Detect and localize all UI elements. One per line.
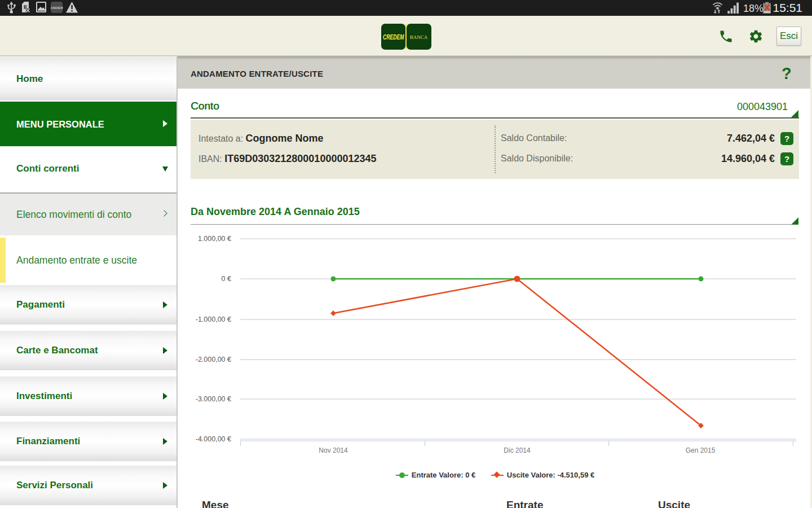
svg-text:BANCA: BANCA xyxy=(410,34,428,40)
svg-text:-4.000,00 €: -4.000,00 € xyxy=(196,435,231,443)
svg-text:1.000,00 €: 1.000,00 € xyxy=(198,235,231,243)
svg-text:CREDEM: CREDEM xyxy=(383,33,404,41)
svg-text:18%: 18% xyxy=(743,3,764,14)
svg-text:-2.000,00 €: -2.000,00 € xyxy=(196,356,231,364)
svg-text:15:51: 15:51 xyxy=(773,1,803,14)
svg-text:-3.000,00 €: -3.000,00 € xyxy=(196,395,231,403)
svg-text:0 €: 0 € xyxy=(222,275,231,283)
svg-text:-1.000,00 €: -1.000,00 € xyxy=(196,316,231,323)
svg-text:Dic 2014: Dic 2014 xyxy=(504,446,531,454)
svg-text:Nov 2014: Nov 2014 xyxy=(319,446,348,454)
svg-text:Gen 2015: Gen 2015 xyxy=(686,446,716,454)
svg-text:CREDEM: CREDEM xyxy=(51,6,64,10)
